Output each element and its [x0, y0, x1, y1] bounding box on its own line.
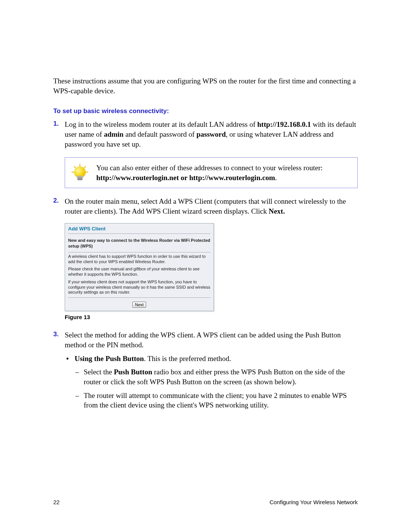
panel-paragraph: Please check the user manual and giftbox…	[68, 267, 210, 277]
push-button-label: Using the Push Button	[75, 355, 144, 363]
default-password: password	[196, 130, 226, 138]
add-wps-client-panel: Add WPS Client New and easy way to conne…	[65, 223, 214, 311]
panel-body: New and easy way to connect to the Wirel…	[65, 238, 213, 298]
text: and default password of	[124, 130, 197, 138]
figure-caption: Figure 13	[65, 313, 358, 321]
text: Select the	[84, 368, 114, 376]
panel-title: Add WPS Client	[65, 224, 213, 232]
routerlogin-net: http://www.routerlogin.net	[96, 174, 179, 182]
bullet-push-button: Using the Push Button. This is the prefe…	[65, 354, 358, 410]
document-page: These instructions assume that you are c…	[0, 0, 411, 532]
default-lan-url: http://192.168.0.1	[257, 120, 311, 128]
step-3-text: Select the method for adding the WPS cli…	[65, 331, 341, 349]
step-2: 2. On the router main menu, select Add a…	[53, 197, 358, 216]
step-number: 1.	[53, 120, 59, 128]
page-number: 22	[53, 499, 60, 505]
step-2-text: On the router main menu, select Add a WP…	[65, 197, 346, 215]
divider	[68, 297, 210, 298]
body-content: These instructions assume that you are c…	[53, 76, 358, 410]
default-username: admin	[104, 130, 124, 138]
tip-text: You can also enter either of these addre…	[96, 163, 323, 182]
bullet-list: Using the Push Button. This is the prefe…	[65, 354, 358, 410]
dash-item: Select the Push Button radio box and eit…	[75, 367, 358, 387]
panel-button-row: Next	[65, 299, 213, 311]
panel-paragraph: If your wireless client does not support…	[68, 280, 210, 295]
text: You can also enter either of these addre…	[96, 164, 323, 172]
section-heading: To set up basic wireless connectivity:	[53, 107, 358, 116]
text: .	[275, 174, 277, 182]
divider	[68, 233, 210, 234]
divider	[68, 252, 210, 252]
dash-list: Select the Push Button radio box and eit…	[75, 367, 358, 410]
step-3: 3. Select the method for adding the WPS …	[53, 330, 358, 410]
step-list: 1. Log in to the wireless modem router a…	[53, 120, 358, 149]
step-1: 1. Log in to the wireless modem router a…	[53, 120, 358, 149]
page-footer: 22 Configuring Your Wireless Network	[53, 499, 358, 505]
step-list-cont2: 3. Select the method for adding the WPS …	[53, 330, 358, 410]
dash-item: The router will attempt to communicate w…	[75, 391, 358, 410]
intro-paragraph: These instructions assume that you are c…	[53, 76, 358, 96]
step-1-text: Log in to the wireless modem router at i…	[65, 120, 356, 148]
next-button[interactable]: Next	[132, 302, 147, 308]
routerlogin-com: http://www.routerlogin.com	[189, 174, 275, 182]
text: . This is the preferred method.	[144, 355, 231, 363]
step-number: 3.	[53, 330, 59, 339]
step-number: 2.	[53, 197, 59, 205]
lightbulb-icon	[70, 163, 89, 182]
step-list-cont: 2. On the router main menu, select Add a…	[53, 197, 358, 216]
push-button-radio-label: Push Button	[114, 368, 152, 376]
panel-intro: New and easy way to connect to the Wirel…	[68, 238, 210, 249]
next-label: Next.	[269, 207, 285, 215]
text: On the router main menu, select Add a WP…	[65, 197, 346, 215]
text: or	[179, 174, 189, 182]
panel-paragraph: A wireless client has to support WPS fun…	[68, 254, 210, 265]
text: Log in to the wireless modem router at i…	[65, 120, 257, 128]
tip-box: You can also enter either of these addre…	[65, 157, 358, 188]
footer-section-name: Configuring Your Wireless Network	[269, 499, 358, 505]
